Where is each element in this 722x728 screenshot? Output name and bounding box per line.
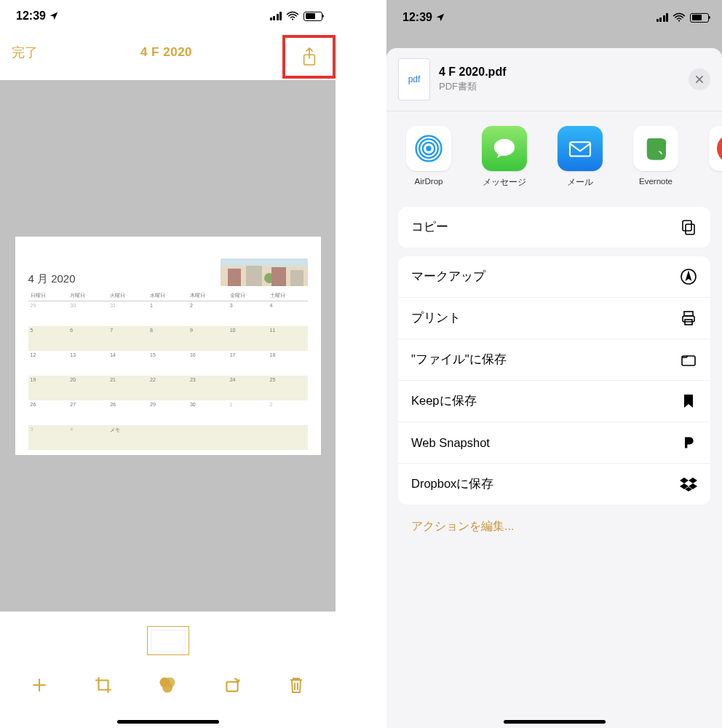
sheet-header: pdf 4 F 2020.pdf PDF書類 (386, 48, 722, 111)
svg-point-11 (494, 139, 515, 156)
rotate-button[interactable] (221, 673, 244, 697)
edit-actions-button[interactable]: アクションを編集... (398, 513, 710, 540)
share-icon[interactable] (301, 47, 317, 67)
action-print[interactable]: プリント (398, 298, 710, 339)
doc-title: 4 月 2020 (28, 272, 76, 286)
crop-button[interactable] (92, 673, 115, 697)
page-title: 4 F 2020 (140, 45, 192, 60)
document-preview[interactable]: 4 月 2020 日曜日月曜日火曜日水曜日木曜日金曜日土曜日 293031123… (0, 80, 336, 612)
print-icon (680, 309, 697, 327)
file-type: PDF書類 (439, 80, 680, 93)
action-dropbox[interactable]: Dropboxに保存 (398, 464, 710, 505)
svg-point-6 (678, 20, 680, 21)
dropbox-icon (680, 475, 697, 493)
svg-point-7 (426, 146, 431, 151)
markup-icon (680, 268, 697, 285)
toolbar (0, 612, 336, 728)
svg-rect-16 (686, 224, 694, 234)
location-icon (435, 12, 445, 23)
battery-icon (304, 12, 322, 21)
signal-icon (270, 12, 282, 20)
app-Evernote[interactable]: Evernote (628, 126, 683, 188)
calendar-table: 日曜日月曜日火曜日水曜日木曜日金曜日土曜日 293031123456789101… (28, 290, 308, 450)
copy-icon (680, 218, 697, 236)
home-indicator[interactable] (504, 720, 606, 724)
file-thumbnail: pdf (398, 58, 430, 100)
share-sheet: pdf 4 F 2020.pdf PDF書類 AirDropメッセージメールEv… (386, 48, 722, 728)
home-indicator[interactable] (117, 720, 219, 724)
battery-icon (690, 13, 709, 23)
svg-rect-17 (683, 221, 691, 231)
done-button[interactable]: 完了 (12, 44, 38, 61)
svg-point-4 (162, 683, 172, 693)
p-icon-icon (680, 434, 697, 451)
app-メール[interactable]: メール (552, 126, 608, 188)
actions-list: コピー マークアッププリント"ファイル"に保存Keepに保存Web Snapsh… (386, 198, 722, 549)
wifi-icon (673, 12, 686, 23)
location-icon (49, 11, 59, 21)
app-AirDrop[interactable]: AirDrop (401, 126, 456, 188)
action-p-icon[interactable]: Web Snapshot (398, 422, 710, 464)
add-button[interactable] (28, 673, 51, 697)
app-C[interactable]: C (704, 126, 722, 188)
app-メッセージ[interactable]: メッセージ (477, 126, 532, 188)
svg-point-0 (292, 18, 293, 20)
status-time: 12:39 (402, 11, 432, 24)
wifi-icon (286, 11, 299, 21)
doc-illustration (221, 258, 308, 286)
right-phone: 12:39 pdf 4 F 2020.pdf PDF書類 AirDropメッセー… (386, 0, 722, 728)
svg-rect-12 (570, 142, 590, 156)
status-bar: 12:39 (0, 0, 336, 32)
close-button[interactable] (689, 68, 710, 90)
page-thumbnail[interactable] (147, 626, 189, 655)
bookmark-icon (680, 392, 697, 410)
svg-point-13 (717, 134, 722, 163)
app-row[interactable]: AirDropメッセージメールEvernoteC (386, 111, 722, 198)
action-bookmark[interactable]: Keepに保存 (398, 381, 710, 422)
delete-button[interactable] (285, 673, 308, 697)
folder-icon (680, 351, 697, 368)
svg-rect-19 (684, 312, 693, 316)
share-button-highlight (282, 35, 336, 79)
status-time: 12:39 (16, 9, 46, 23)
action-copy[interactable]: コピー (398, 207, 710, 248)
document-page: 4 月 2020 日曜日月曜日火曜日水曜日木曜日金曜日土曜日 293031123… (15, 237, 321, 455)
status-bar: 12:39 (386, 0, 722, 32)
svg-rect-5 (226, 682, 237, 692)
action-folder[interactable]: "ファイル"に保存 (398, 339, 710, 381)
left-phone: 12:39 完了 4 F 2020 4 月 2020 日曜日月曜日火曜日水曜日木… (0, 0, 336, 728)
close-icon (694, 74, 705, 84)
signal-icon (656, 13, 669, 22)
action-markup[interactable]: マークアップ (398, 256, 710, 298)
file-name: 4 F 2020.pdf (439, 66, 680, 79)
filter-button[interactable] (156, 673, 179, 697)
